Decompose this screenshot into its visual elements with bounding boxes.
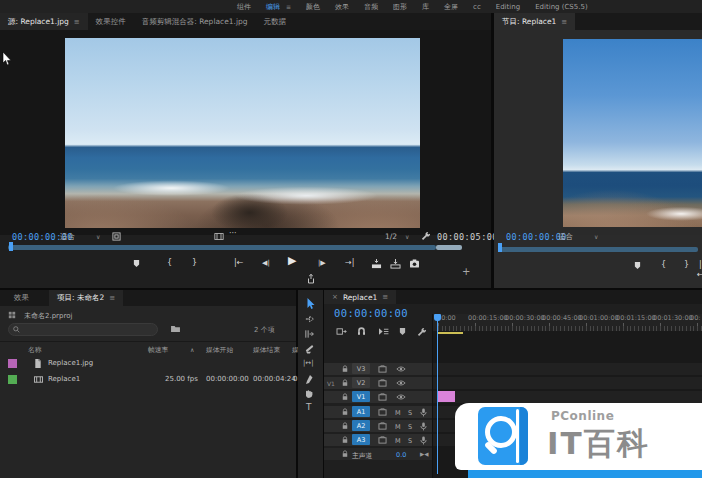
solo-button[interactable]: S xyxy=(408,437,412,445)
solo-button[interactable]: S xyxy=(408,423,412,431)
mark-out-button[interactable]: } xyxy=(192,258,197,268)
workspace-item-audio[interactable]: 音频 xyxy=(364,2,378,12)
add-marker-icon[interactable] xyxy=(634,261,641,270)
go-to-in-button[interactable]: |← xyxy=(697,260,702,280)
workspace-item-editing-cs55[interactable]: Editing (CS5.5) xyxy=(535,3,588,11)
workspace-item-fullscreen[interactable]: 全屏 xyxy=(444,2,458,12)
tab-metadata[interactable]: 元数据 xyxy=(256,13,295,30)
panel-menu-icon[interactable]: ≡ xyxy=(382,293,388,301)
lock-icon[interactable] xyxy=(341,422,349,430)
voiceover-mic-icon[interactable] xyxy=(420,436,427,445)
go-to-out-button[interactable]: →| xyxy=(345,258,354,268)
overwrite-icon[interactable] xyxy=(390,259,401,269)
mute-button[interactable]: M xyxy=(395,409,401,417)
sync-lock-icon[interactable] xyxy=(378,422,387,430)
add-marker-icon[interactable] xyxy=(399,327,406,336)
sync-lock-icon[interactable] xyxy=(378,379,387,387)
folder-icon[interactable] xyxy=(170,325,181,333)
panel-menu-icon[interactable]: ≡ xyxy=(74,18,80,26)
workspace-item-effects[interactable]: 效果 xyxy=(335,2,349,12)
track-lane-v1[interactable] xyxy=(433,391,702,403)
lock-icon[interactable] xyxy=(341,365,349,373)
play-button[interactable]: ▶ xyxy=(288,256,296,266)
track-target-button[interactable]: A1 xyxy=(352,406,370,417)
track-lane-v2[interactable] xyxy=(433,377,702,389)
track-target-button[interactable]: V3 xyxy=(352,363,370,374)
solo-button[interactable]: S xyxy=(408,409,412,417)
track-target-button[interactable]: A2 xyxy=(352,420,370,431)
timeline-playhead-head[interactable] xyxy=(434,314,441,321)
tab-effect-controls[interactable]: 效果控件 xyxy=(88,13,134,30)
lock-icon[interactable] xyxy=(341,408,349,416)
source-scrollbar[interactable] xyxy=(8,245,436,250)
column-header-name[interactable]: 名称 xyxy=(28,345,42,355)
source-patch-indicator[interactable]: V1 xyxy=(327,380,335,387)
table-row[interactable]: Replace1 25.00 fps 00:00:00:00 00:00:04:… xyxy=(0,372,296,387)
master-level-value[interactable]: 0.0 xyxy=(396,451,406,459)
label-color-chip[interactable] xyxy=(8,359,17,368)
tab-audio-clip-mixer[interactable]: 音频剪辑混合器: Replace1.jpg xyxy=(134,13,256,30)
sync-lock-icon[interactable] xyxy=(378,436,387,444)
step-back-button[interactable]: ◀| xyxy=(262,258,270,268)
export-icon[interactable] xyxy=(306,274,316,284)
settings-wrench-icon[interactable] xyxy=(421,231,430,240)
chevron-down-icon[interactable]: ∨ xyxy=(405,233,409,240)
mark-in-button[interactable]: { xyxy=(167,258,172,268)
mark-out-button[interactable]: } xyxy=(684,260,689,270)
timeline-ruler[interactable]: 00:00 00:00:15:00 00:00:30:00 00:00:45:0… xyxy=(433,314,702,331)
lock-icon[interactable] xyxy=(341,450,349,458)
timeline-playhead[interactable] xyxy=(437,314,438,474)
workspace-item-editing[interactable]: 编辑 xyxy=(266,2,280,12)
tab-project[interactable]: 项目: 未命名2 ≡ xyxy=(49,290,123,307)
playback-resolution-select[interactable]: 1/2 xyxy=(385,232,397,241)
linked-selection-icon[interactable] xyxy=(378,327,389,336)
button-editor-plus[interactable]: + xyxy=(462,266,470,277)
track-select-forward-tool-icon[interactable] xyxy=(304,314,315,324)
timeline-timecode[interactable]: 00:00:00:00 xyxy=(334,307,408,319)
track-lane-v3[interactable] xyxy=(433,363,702,375)
voiceover-mic-icon[interactable] xyxy=(420,408,427,417)
workspace-item-graphics[interactable]: 图形 xyxy=(393,2,407,12)
safe-margins-icon[interactable] xyxy=(112,232,121,241)
razor-tool-icon[interactable] xyxy=(304,344,314,354)
tab-timeline-sequence[interactable]: × Replace1 ≡ xyxy=(324,290,396,304)
pen-tool-icon[interactable] xyxy=(305,374,314,384)
voiceover-mic-icon[interactable] xyxy=(420,422,427,431)
drag-video-icon[interactable] xyxy=(214,232,224,241)
ripple-edit-tool-icon[interactable] xyxy=(304,329,315,339)
sync-lock-icon[interactable] xyxy=(378,365,387,373)
sync-lock-icon[interactable] xyxy=(378,408,387,416)
workspace-item-editing-en[interactable]: Editing xyxy=(496,3,520,11)
mute-button[interactable]: M xyxy=(395,423,401,431)
type-tool-icon[interactable]: T xyxy=(306,402,312,412)
project-file-name[interactable]: 未命名2.prproj xyxy=(24,311,72,321)
workspace-item-libraries[interactable]: 库 xyxy=(422,2,429,12)
tab-source-monitor[interactable]: 源: Replace1.jpg ≡ xyxy=(0,13,88,30)
workspace-overflow-icon[interactable]: ≡ xyxy=(286,3,291,10)
program-playhead[interactable] xyxy=(498,243,502,252)
export-frame-camera-icon[interactable] xyxy=(409,259,420,268)
search-input[interactable] xyxy=(8,323,158,336)
slip-tool-icon[interactable]: |↔| xyxy=(303,359,314,367)
panel-menu-icon[interactable]: ≡ xyxy=(109,294,115,302)
sync-lock-icon[interactable] xyxy=(378,393,387,401)
workspace-item-cc[interactable]: cc xyxy=(473,3,481,11)
lock-icon[interactable] xyxy=(341,379,349,387)
table-row[interactable]: Replace1.jpg xyxy=(0,356,296,371)
insert-icon[interactable] xyxy=(371,259,382,269)
sort-ascending-icon[interactable]: ∧ xyxy=(190,346,194,353)
track-output-eye-icon[interactable] xyxy=(396,365,406,373)
hand-tool-icon[interactable] xyxy=(304,389,314,399)
go-to-in-button[interactable]: |← xyxy=(234,258,243,268)
timeline-settings-wrench-icon[interactable] xyxy=(417,327,426,336)
track-output-eye-icon[interactable] xyxy=(396,393,406,401)
close-icon[interactable]: × xyxy=(332,293,338,301)
track-target-button[interactable]: V2 xyxy=(352,377,370,388)
track-target-button[interactable]: A3 xyxy=(352,434,370,445)
workspace-item-assembly[interactable]: 组件 xyxy=(237,2,251,12)
column-header-media-start[interactable]: 媒体开始 xyxy=(206,345,233,355)
snap-magnet-icon[interactable] xyxy=(357,327,366,336)
nest-sequence-icon[interactable] xyxy=(336,327,347,336)
column-header-media-end[interactable]: 媒体结束 xyxy=(253,345,280,355)
tab-effects-panel[interactable]: 效果 xyxy=(6,290,37,307)
